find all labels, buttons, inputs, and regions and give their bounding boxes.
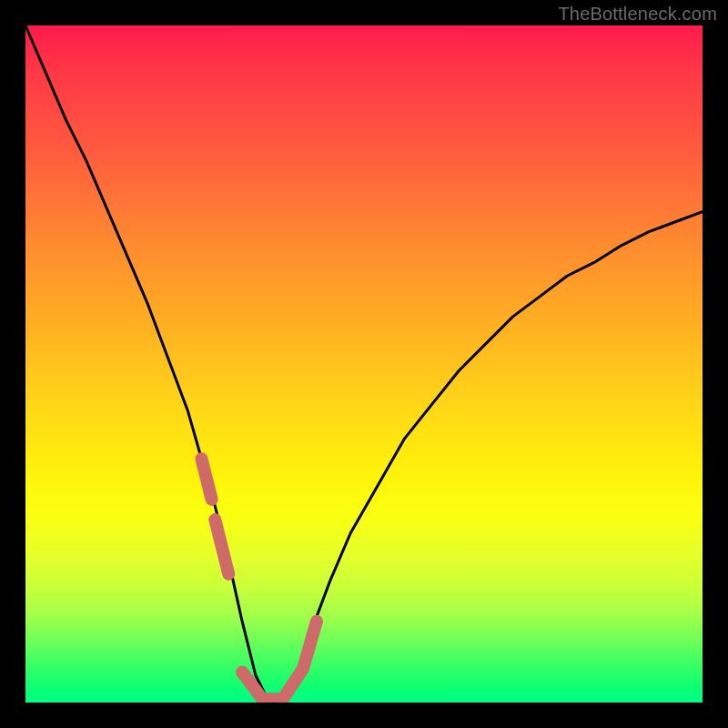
chart-frame: TheBottleneck.com	[0, 0, 728, 728]
watermark-text: TheBottleneck.com	[558, 4, 717, 25]
highlight-segment-0	[201, 459, 211, 500]
plot-area	[25, 25, 703, 703]
curve-layer	[25, 25, 703, 703]
highlight-segment-1	[215, 520, 228, 574]
highlight-segment-2	[242, 622, 317, 700]
bottleneck-curve	[25, 25, 703, 703]
